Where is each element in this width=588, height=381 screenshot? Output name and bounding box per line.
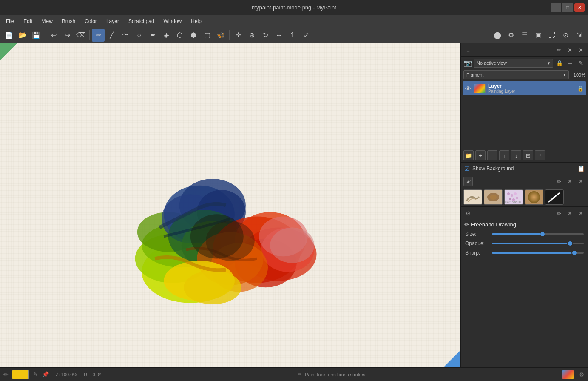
menu-brush[interactable]: Brush	[58, 17, 80, 26]
status-brush-icon[interactable]: ✏	[3, 371, 9, 378]
opaque-slider-fill	[492, 243, 570, 244]
svg-line-33	[549, 193, 560, 201]
rotate-button[interactable]: ↻	[259, 29, 272, 42]
layer-new-group-button[interactable]: 📁	[463, 150, 474, 160]
redo-button[interactable]: ↪	[61, 29, 74, 42]
frame-tool-button[interactable]: ▢	[201, 29, 213, 42]
menu-scratchpad[interactable]: Scratchpad	[124, 17, 159, 26]
reset-zoom-button[interactable]: 1	[286, 29, 299, 42]
brush-editor-button[interactable]: ⚙	[505, 29, 517, 42]
layer-visibility-icon[interactable]: 👁	[465, 85, 471, 92]
camera-icon[interactable]: 📷	[463, 59, 472, 67]
show-bg-settings-icon[interactable]: 📋	[577, 165, 585, 172]
document-panel-button[interactable]: ▣	[532, 29, 545, 42]
brush-thumb-3[interactable]: HalfToneCMY	[504, 189, 523, 205]
brush-thumb-2[interactable]	[484, 189, 503, 205]
brush-pin-button[interactable]: ✏	[554, 177, 563, 186]
menu-layer[interactable]: Layer	[102, 17, 123, 26]
brush-preview-icon[interactable]: 🖌	[463, 177, 473, 186]
layer-merge-button[interactable]: ⊞	[523, 150, 533, 160]
brush-close-button[interactable]: ✕	[576, 177, 585, 186]
layer-move-down-button[interactable]: ↓	[511, 150, 521, 160]
line-tool-button[interactable]: ╱	[105, 29, 118, 42]
menu-window[interactable]: Window	[159, 17, 186, 26]
panel-detach-button[interactable]: ✕	[565, 45, 574, 54]
menu-help[interactable]: Help	[187, 17, 206, 26]
zoom-tool-button[interactable]: ⊕	[245, 29, 258, 42]
svg-point-20	[184, 271, 241, 304]
view-edit-button[interactable]: ✎	[576, 58, 585, 68]
expand-button[interactable]: ⇲	[573, 29, 585, 42]
symmetry-button[interactable]: 🦋	[214, 29, 227, 42]
layer-lock-icon[interactable]: 🔒	[577, 86, 584, 92]
layer-move-up-button[interactable]: ↑	[499, 150, 509, 160]
size-slider[interactable]	[492, 233, 584, 235]
layer-panel-button[interactable]: ☰	[518, 29, 531, 42]
layer-add-button[interactable]: +	[475, 150, 486, 160]
fit-view-button[interactable]: ⤢	[300, 29, 312, 42]
status-paint-brush-icon[interactable]: ✏	[298, 372, 301, 377]
close-button[interactable]: ✕	[574, 3, 585, 12]
menu-file[interactable]: File	[2, 17, 18, 26]
status-color-swatch[interactable]	[12, 370, 29, 379]
layer-row[interactable]: 👁 Layer Painting Layer 🔒	[463, 81, 586, 95]
canvas-area[interactable]	[0, 43, 460, 367]
open-file-button[interactable]: 📂	[16, 29, 29, 42]
erase-button[interactable]: ⌫	[74, 29, 87, 42]
timer-button[interactable]: ⊙	[559, 29, 572, 42]
fullscreen-button[interactable]: ⛶	[545, 29, 558, 42]
status-layer-thumb[interactable]	[562, 370, 574, 379]
menu-view[interactable]: View	[37, 17, 57, 26]
view-dropdown[interactable]: No active view ▾	[474, 59, 553, 68]
freehand-close-button[interactable]: ✕	[576, 209, 585, 218]
toolbar-separator-3	[229, 30, 230, 40]
status-color-save-icon[interactable]: 📌	[42, 371, 49, 378]
sharp-slider-thumb[interactable]	[571, 250, 577, 256]
brush-thumb-4[interactable]	[525, 189, 543, 205]
freehand-tool-button[interactable]: 〜	[119, 29, 132, 42]
inking-tool-button[interactable]: ✒	[146, 29, 159, 42]
svg-point-16	[270, 228, 314, 263]
save-file-button[interactable]: 💾	[30, 29, 43, 42]
maximize-button[interactable]: □	[562, 3, 573, 12]
undo-button[interactable]: ↩	[47, 29, 60, 42]
opaque-slider-thumb[interactable]	[567, 241, 573, 246]
brush-thumb-1[interactable]	[463, 189, 482, 205]
blend-mode-dropdown[interactable]: Pigment ▾	[463, 70, 569, 79]
freehand-detach-button[interactable]: ✕	[565, 209, 574, 218]
layer-more-button[interactable]: ⋮	[535, 150, 545, 160]
panel-menu-button[interactable]: ≡	[463, 45, 473, 54]
view-lock-button[interactable]: 🔒	[555, 58, 564, 68]
layer-remove-button[interactable]: –	[487, 150, 497, 160]
menu-color[interactable]: Color	[80, 17, 101, 26]
mirror-h-button[interactable]: ↔	[273, 29, 285, 42]
ellipse-tool-button[interactable]: ○	[133, 29, 145, 42]
status-color-edit-icon[interactable]: ✎	[33, 371, 38, 378]
sharp-slider[interactable]	[492, 252, 584, 254]
color-ring-button[interactable]: ⬤	[491, 29, 504, 42]
size-slider-thumb[interactable]	[540, 231, 545, 237]
freehand-pin-button[interactable]: ✏	[554, 209, 563, 218]
menu-edit[interactable]: Edit	[19, 17, 37, 26]
bucket-tool-button[interactable]: ⬢	[187, 29, 200, 42]
minimize-button[interactable]: ─	[551, 3, 561, 12]
brush-detach-button[interactable]: ✕	[565, 177, 574, 186]
opaque-slider[interactable]	[492, 243, 584, 244]
layer-text: Layer Painting Layer	[488, 83, 575, 94]
move-tool-button[interactable]: ✛	[232, 29, 244, 42]
status-settings-icon[interactable]: ⚙	[579, 371, 585, 378]
view-minus-button[interactable]: ─	[565, 58, 575, 68]
show-bg-checkbox[interactable]: ☑	[464, 165, 470, 172]
pencil-tool-button[interactable]: ✏	[92, 29, 105, 42]
panel-close-button[interactable]: ✕	[576, 45, 585, 54]
brush-thumb-5[interactable]	[545, 189, 564, 205]
freehand-settings-button[interactable]: ⚙	[463, 209, 473, 218]
panel-pin-button[interactable]: ✏	[554, 45, 563, 54]
flood-fill-button[interactable]: ⬡	[173, 29, 186, 42]
smudge-tool-button[interactable]: ◈	[160, 29, 173, 42]
svg-point-24	[490, 195, 497, 200]
opaque-label: Opaque:	[465, 241, 489, 246]
status-rotation: R: +0.0°	[84, 372, 101, 377]
view-dropdown-label: No active view	[477, 60, 507, 66]
new-file-button[interactable]: 📄	[3, 29, 15, 42]
